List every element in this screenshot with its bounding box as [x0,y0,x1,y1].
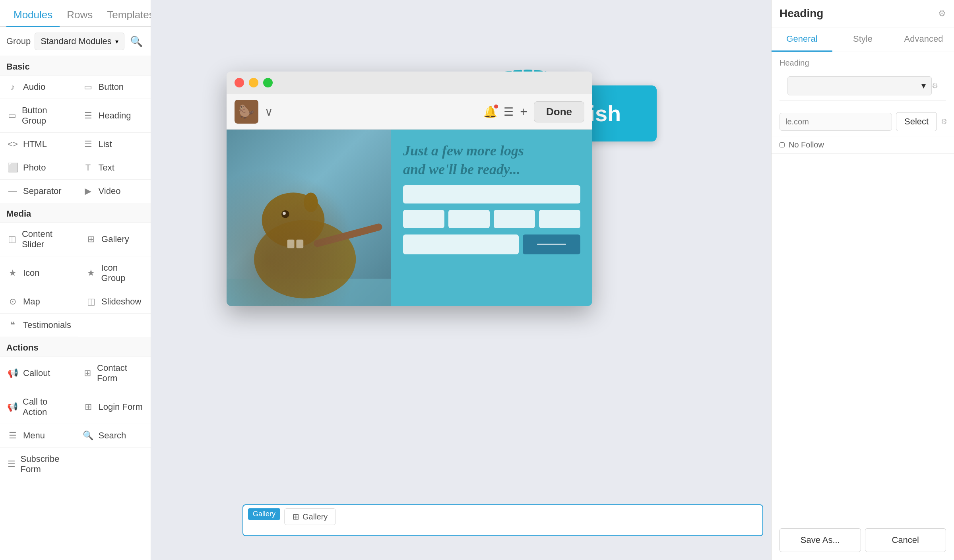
module-content-slider-label: Content Slider [22,229,71,250]
gallery-strip: Gallery ⊞ Gallery [242,504,763,536]
module-slideshow-label: Slideshow [101,296,141,307]
module-button-group[interactable]: ▭ Button Group [0,99,76,133]
gallery-inner-button[interactable]: ⊞ Gallery [284,508,336,525]
select-button[interactable]: Select [896,112,937,131]
module-button[interactable]: ▭ Button [76,76,151,99]
module-contact-form[interactable]: ⊞ Contact Form [76,357,151,390]
module-callout-label: Callout [23,368,50,378]
mac-heading-line1: Just a few more logs [403,141,580,160]
form-field-2[interactable] [448,210,490,228]
heading-gear-icon[interactable]: ⚙ [932,81,938,90]
mac-window: 🦫 ∨ 🔔 ☰ + Done [227,72,592,306]
module-subscribe-form-label: Subscribe Form [21,454,68,475]
group-label: Group [6,36,31,47]
heading-icon: ☰ [83,110,94,121]
module-testimonials[interactable]: ❝ Testimonials [0,314,78,337]
module-icon[interactable]: ★ Icon [0,256,78,290]
module-call-to-action[interactable]: 📢 Call to Action [0,390,76,424]
tab-modules[interactable]: Modules [6,4,60,27]
form-field-4[interactable] [539,210,580,228]
section-basic: Basic [0,56,151,76]
bell-icon[interactable]: 🔔 [483,105,497,118]
module-login-form[interactable]: ⊞ Login Form [76,390,151,424]
map-icon: ⊙ [7,296,18,307]
toolbar-chevron-icon[interactable]: ∨ [265,105,273,118]
module-text[interactable]: T Text [76,156,151,180]
right-panel-header: Heading ⚙ [772,0,954,27]
actions-modules-grid: 📢 Callout ⊞ Contact Form 📢 Call to Actio… [0,357,151,481]
mac-titlebar [227,72,592,94]
done-button[interactable]: Done [534,101,584,122]
module-button-group-label: Button Group [22,105,68,126]
module-html[interactable]: <> HTML [0,133,76,156]
mac-minimize-button[interactable] [249,78,258,87]
gallery-inner-icon: ⊞ [293,512,299,521]
module-icon-group-label: Icon Group [101,263,143,283]
button-group-icon: ▭ [7,110,17,121]
bell-notification-dot [494,105,498,109]
list-icon[interactable]: ☰ [504,105,514,118]
module-separator[interactable]: — Separator [0,180,76,203]
tab-general[interactable]: General [772,27,832,52]
search-icon[interactable]: 🔍 [128,33,144,49]
module-button-label: Button [99,82,124,92]
cancel-button[interactable]: Cancel [865,528,946,552]
module-slideshow[interactable]: ◫ Slideshow [78,290,151,314]
form-field-3[interactable] [494,210,535,228]
section-actions: Actions [0,337,151,357]
link-input[interactable] [779,113,892,131]
group-select-dropdown[interactable]: Standard Modules ▾ [35,33,124,50]
mac-right-content: Just a few more logs and we'll be ready.… [391,130,592,306]
form-field-message[interactable] [403,234,519,254]
mac-maximize-button[interactable] [263,78,273,87]
gear-icon[interactable]: ⚙ [938,8,946,19]
module-heading[interactable]: ☰ Heading [76,99,151,133]
form-submit-button[interactable] [523,234,580,254]
icon-icon: ★ [7,268,18,278]
tab-style[interactable]: Style [832,27,893,52]
search-module-icon: 🔍 [83,430,94,441]
plus-icon[interactable]: + [520,105,527,119]
right-panel-title: Heading [779,7,823,20]
module-photo-label: Photo [23,163,46,173]
form-field-1[interactable] [403,210,444,228]
save-as-button[interactable]: Save As... [779,528,861,552]
module-menu[interactable]: ☰ Menu [0,424,76,448]
heading-select-dropdown[interactable]: ▾ [787,76,932,95]
heading-section: Heading ▾ ⚙ [772,52,954,107]
module-map[interactable]: ⊙ Map [0,290,78,314]
module-content-slider[interactable]: ◫ Content Slider [0,223,78,256]
tab-advanced[interactable]: Advanced [893,27,954,52]
link-gear-icon[interactable]: ⚙ [941,117,947,126]
form-submit-line [537,244,566,245]
module-map-label: Map [23,296,40,307]
module-menu-label: Menu [23,430,45,441]
callout-icon: 📢 [7,368,18,378]
mac-left-image [227,130,391,306]
module-search[interactable]: 🔍 Search [76,424,151,448]
module-list[interactable]: ☰ List [76,133,151,156]
module-audio[interactable]: ♪ Audio [0,76,76,99]
module-login-form-label: Login Form [99,402,143,412]
form-field-email[interactable] [403,185,580,203]
chevron-down-icon: ▾ [921,81,926,91]
module-video[interactable]: ▶ Video [76,180,151,203]
video-icon: ▶ [83,186,94,196]
html-icon: <> [7,139,18,149]
module-icon-group[interactable]: ★ Icon Group [78,256,151,290]
module-list-label: List [99,139,112,149]
module-call-to-action-label: Call to Action [23,397,68,417]
group-row: Group Standard Modules ▾ 🔍 [0,27,151,56]
module-callout[interactable]: 📢 Callout [0,357,76,390]
mac-close-button[interactable] [235,78,244,87]
tab-rows[interactable]: Rows [60,4,100,27]
module-gallery[interactable]: ⊞ Gallery [78,223,151,256]
no-follow-checkbox[interactable] [779,142,785,147]
module-contact-form-label: Contact Form [97,363,143,384]
browser-toolbar: 🦫 ∨ 🔔 ☰ + Done [227,94,592,130]
module-photo[interactable]: ⬜ Photo [0,156,76,180]
section-media: Media [0,203,151,223]
modules-scroll[interactable]: Basic ♪ Audio ▭ Button ▭ Button Group ☰ … [0,56,151,560]
module-subscribe-form[interactable]: ☰ Subscribe Form [0,448,76,481]
module-testimonials-label: Testimonials [23,320,71,330]
